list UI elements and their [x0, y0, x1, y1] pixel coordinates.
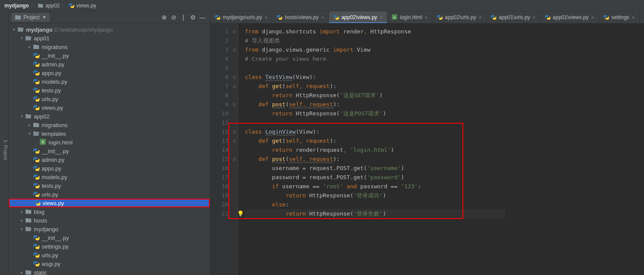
html-file-icon	[392, 14, 398, 20]
line-number-gutter: 123456789101112131415161718192021	[210, 23, 231, 275]
python-file-icon	[33, 52, 40, 59]
tree-file[interactable]: tests.py	[9, 181, 210, 190]
breadcrumb-file[interactable]: views.py	[76, 3, 96, 9]
python-file-icon	[33, 69, 40, 76]
locate-file-button[interactable]: ⊕	[159, 13, 169, 22]
folder-icon	[25, 35, 32, 42]
python-file-icon	[34, 200, 41, 206]
close-tab-icon[interactable]: ×	[321, 15, 324, 20]
close-tab-icon[interactable]: ×	[425, 15, 427, 20]
expand-icon: ▾	[10, 27, 17, 32]
tree-file[interactable]: apps.py	[9, 69, 210, 77]
tree-file[interactable]: wsgi.py	[9, 259, 210, 268]
tree-file[interactable]: models.py	[9, 173, 210, 181]
settings-button[interactable]: ⚙	[188, 13, 198, 22]
tree-file[interactable]: __init__.py	[9, 147, 210, 155]
side-rail-project[interactable]: 1: Project	[0, 11, 9, 275]
tree-root[interactable]: ▾ mydjangoD:\web\devops\mydjango	[9, 25, 210, 34]
folder-icon	[25, 226, 32, 232]
close-tab-icon[interactable]: ×	[533, 15, 535, 20]
python-file-icon	[33, 234, 40, 241]
python-file-icon	[33, 252, 40, 259]
editor-tab[interactable]: settings×	[599, 11, 640, 23]
editor-tab[interactable]: app02\views.py×	[329, 11, 387, 23]
folder-icon	[38, 3, 44, 9]
divider: |	[179, 13, 188, 22]
folder-icon	[25, 113, 32, 120]
tree-file[interactable]: __init__.py	[9, 51, 210, 60]
breadcrumb-root[interactable]: mydjango	[4, 3, 29, 9]
tree-folder-app01[interactable]: ▾app01	[9, 34, 210, 43]
editor-tab[interactable]: hosts\views.py×	[272, 11, 329, 23]
python-file-icon	[33, 78, 40, 85]
tree-file-login-html[interactable]: login.html	[9, 138, 210, 147]
chevron-right-icon: 〉	[62, 2, 67, 9]
folder-icon	[25, 217, 32, 224]
tree-file[interactable]: urls.py	[9, 190, 210, 199]
close-tab-icon[interactable]: ×	[479, 15, 481, 20]
tree-folder-blog[interactable]: ▸blog	[9, 207, 210, 216]
python-file-icon	[33, 147, 40, 154]
editor-tab[interactable]: mydjango\urls.py×	[210, 11, 272, 23]
tree-file[interactable]: settings.py	[9, 242, 210, 251]
close-tab-icon[interactable]: ×	[380, 15, 382, 20]
editor-tab[interactable]: app02\urls.py×	[433, 11, 486, 23]
tree-file[interactable]: urls.py	[9, 95, 210, 103]
chevron-right-icon: 〉	[31, 2, 36, 9]
python-file-icon	[33, 260, 40, 267]
close-tab-icon[interactable]: ×	[265, 15, 267, 20]
close-tab-icon[interactable]: ×	[632, 15, 634, 20]
project-tree[interactable]: ▾ mydjangoD:\web\devops\mydjango ▾app01 …	[9, 23, 210, 275]
editor-tabs: mydjango\urls.py×hosts\views.py×app02\vi…	[210, 11, 644, 23]
folder-icon	[25, 269, 32, 275]
python-file-icon	[333, 14, 339, 20]
python-file-icon	[437, 14, 443, 20]
tree-file[interactable]: urls.py	[9, 251, 210, 259]
python-file-icon	[33, 87, 40, 94]
tree-file-views-py-selected[interactable]: views.py	[9, 199, 210, 207]
python-file-icon	[215, 14, 221, 20]
breadcrumb-folder[interactable]: app02	[46, 3, 60, 9]
html-file-icon	[40, 139, 47, 146]
close-tab-icon[interactable]: ×	[591, 15, 594, 20]
python-file-icon	[545, 14, 551, 20]
folder-icon	[25, 208, 32, 215]
intention-bulb-icon[interactable]: 💡	[237, 209, 244, 218]
tree-folder-templates[interactable]: ▾templates	[9, 129, 210, 138]
python-file-icon	[491, 14, 497, 20]
collapse-all-button[interactable]: ⊘	[169, 13, 179, 22]
tree-file[interactable]: admin.py	[9, 155, 210, 164]
tree-file[interactable]: admin.py	[9, 60, 210, 69]
tree-folder-app02[interactable]: ▾app02	[9, 112, 210, 121]
tree-folder-migrations[interactable]: ▸migrations	[9, 121, 210, 129]
folder-icon	[17, 26, 24, 33]
editor-tab[interactable]: app01\views.py×	[540, 11, 599, 23]
tree-file[interactable]: tests.py	[9, 86, 210, 95]
fold-gutter: ⊟⊟⊟⊟⊟⊟⊟⊟	[231, 23, 238, 275]
tree-folder-static[interactable]: ▸static	[9, 268, 210, 275]
tree-file[interactable]: views.py	[9, 103, 210, 112]
editor-tab[interactable]: login.html×	[387, 11, 433, 23]
project-tool-window: Project ▼ ⊕ ⊘ | ⚙ — ▾ mydjangoD:\web\dev…	[9, 11, 210, 275]
python-file-icon	[33, 95, 40, 102]
tree-folder-mydjango[interactable]: ▾mydjango	[9, 225, 210, 233]
python-file-icon	[276, 14, 283, 20]
python-file-icon	[33, 243, 40, 250]
python-file-icon	[33, 182, 40, 189]
python-file-icon	[33, 61, 40, 68]
python-file-icon	[33, 191, 40, 198]
tree-file[interactable]: models.py	[9, 77, 210, 86]
python-file-icon	[603, 14, 609, 20]
python-file-icon	[33, 174, 40, 180]
folder-icon	[33, 130, 40, 137]
hide-panel-button[interactable]: —	[198, 13, 207, 22]
editor-tab[interactable]: app01\urls.py×	[486, 11, 540, 23]
tree-file[interactable]: apps.py	[9, 164, 210, 173]
code-editor[interactable]: from django.shortcuts import render, Htt…	[238, 23, 644, 275]
python-file-icon	[33, 156, 40, 163]
project-view-selector[interactable]: Project ▼	[11, 13, 50, 22]
tree-file[interactable]: __init__.py	[9, 233, 210, 242]
folder-icon	[33, 43, 40, 50]
tree-folder-migrations[interactable]: ▸migrations	[9, 43, 210, 51]
tree-folder-hosts[interactable]: ▸hosts	[9, 216, 210, 225]
